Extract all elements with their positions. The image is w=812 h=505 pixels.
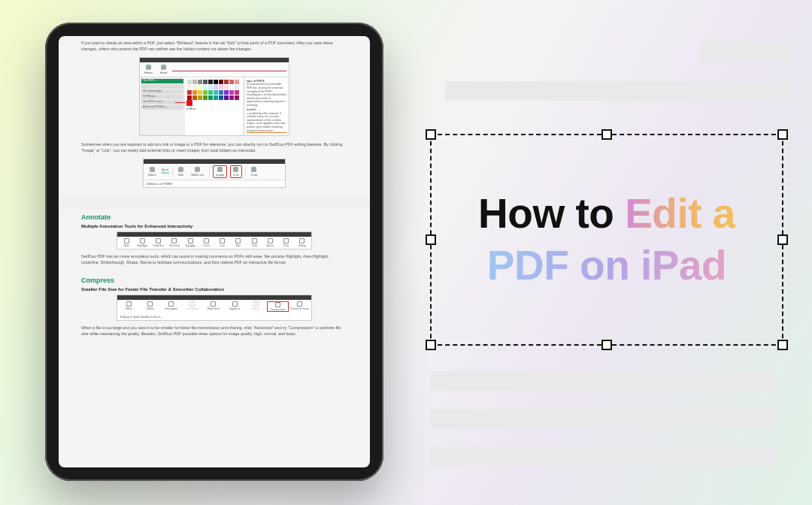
screenshot-palette: Home Hand The PDF / ... The advantages P… xyxy=(139,57,289,136)
placeholder-bar xyxy=(430,409,776,428)
color-swatches: ▸ More xyxy=(185,77,244,135)
home-icon xyxy=(126,301,132,307)
heading-compress: Compress xyxy=(81,277,347,284)
image-icon xyxy=(217,167,223,172)
placeholder-bar xyxy=(430,446,776,466)
oval-icon xyxy=(252,238,257,243)
reduce-icon xyxy=(253,301,259,307)
headline-text[interactable]: How to Edit a PDF on iPad xyxy=(432,135,782,344)
highlight-icon xyxy=(140,238,145,243)
subheading-compress: Smaller File Size for Faster File Transf… xyxy=(81,287,347,292)
home-icon xyxy=(150,167,155,172)
convert-scan-icon xyxy=(297,301,302,307)
headline-part1: How to xyxy=(478,190,625,237)
ipad-screen: If you want to shade an area within a PD… xyxy=(59,36,370,467)
palette-text-panel: ages of PDF/A te requirements for archiv… xyxy=(244,77,289,135)
polygon-icon xyxy=(283,238,289,243)
signature-icon xyxy=(232,301,238,307)
placeholder-bar xyxy=(701,42,791,62)
hand-icon xyxy=(161,65,166,70)
screenshot-compress-toolbar: Home Select Encryption Decryption Waterm… xyxy=(117,295,312,321)
screenshot-imglink-toolbar: Home HandSelect Edit White out Image Lin… xyxy=(143,159,286,188)
paragraph-compress: When a file is too large and you want it… xyxy=(81,325,347,337)
screenshot-annotation-toolbar: Note Highlight Underline Strikeout Squig… xyxy=(117,231,312,249)
link-icon xyxy=(233,167,238,172)
crop-icon xyxy=(251,167,256,172)
decrypt-icon xyxy=(189,301,195,307)
palette-sidebar: The PDF / ... The advantages PDF/A doc..… xyxy=(140,77,185,135)
strikeout-icon xyxy=(171,238,177,243)
caret-icon xyxy=(204,238,209,243)
ipad-device: If you want to shade an area within a PD… xyxy=(45,23,383,481)
subheading-annotate: Multiple Annotation Tools for Enhanced I… xyxy=(81,224,347,228)
home-icon xyxy=(146,65,151,70)
squiggly-icon xyxy=(188,238,193,243)
selection-bounding-box[interactable]: How to Edit a PDF on iPad xyxy=(430,134,783,346)
whiteout-icon xyxy=(195,167,200,172)
arrow-icon xyxy=(268,238,273,243)
line-icon xyxy=(220,238,225,243)
select-icon xyxy=(147,301,153,307)
placeholder-bar xyxy=(430,371,776,391)
document-scroll[interactable]: If you want to shade an area within a PD… xyxy=(59,36,370,467)
underline-icon xyxy=(156,238,161,243)
paragraph-annotate: SwifDoo PDF has ten more annotation tool… xyxy=(81,254,347,266)
red-path-decor xyxy=(172,71,286,72)
note-icon xyxy=(124,238,129,243)
encrypt-icon xyxy=(168,301,174,307)
edit-icon xyxy=(178,167,183,172)
headline-part2: Edit a xyxy=(625,190,735,237)
stamp-icon xyxy=(299,238,304,243)
compression-icon xyxy=(275,302,280,307)
paragraph-imagelink: Sometimes when you are required to add a… xyxy=(81,142,347,154)
placeholder-bar xyxy=(445,81,791,101)
watermark-icon xyxy=(211,301,216,307)
heading-annotate: Annotate xyxy=(81,213,347,221)
headline-part3: PDF on iPad xyxy=(487,242,726,289)
box-icon xyxy=(235,238,241,243)
paragraph-whiteout: If you want to shade an area within a PD… xyxy=(81,41,347,53)
